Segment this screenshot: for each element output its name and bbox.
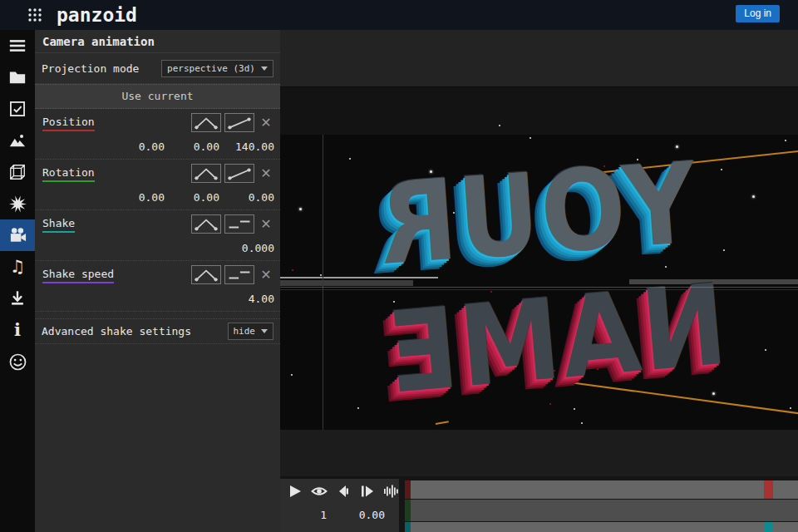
sidebar-item-download[interactable] xyxy=(0,283,35,314)
property-header: Shake speed✕ xyxy=(42,265,274,288)
star-dot xyxy=(785,140,786,141)
sidebar-item-objects[interactable] xyxy=(0,156,35,188)
folder-icon xyxy=(8,68,27,86)
star-dot xyxy=(723,249,725,251)
peak-curve-button[interactable] xyxy=(191,113,221,132)
value-field[interactable]: 0.00 xyxy=(110,140,165,153)
property-values: 4.00 xyxy=(42,288,274,308)
star-dot xyxy=(752,195,755,198)
property-buttons: ✕ xyxy=(191,164,274,183)
sidebar-item-feedback[interactable] xyxy=(0,346,35,377)
timeline-track-row[interactable] xyxy=(411,500,798,521)
value-field[interactable]: 0.00 xyxy=(165,191,219,204)
peak-curve-button[interactable] xyxy=(191,265,221,284)
sidebar-item-menu[interactable] xyxy=(0,30,35,62)
menu-icon xyxy=(8,37,27,55)
property-values: 0.000.00140.00 xyxy=(42,136,274,156)
timeline-track-row[interactable] xyxy=(411,522,798,532)
value-field[interactable]: 0.00 xyxy=(219,191,274,204)
sidebar-item-effects[interactable] xyxy=(0,188,35,219)
projection-mode-select[interactable]: perspective (3d) xyxy=(161,60,273,77)
clear-keyframes-button[interactable]: ✕ xyxy=(258,165,274,181)
advanced-shake-label: Advanced shake settings xyxy=(42,325,191,337)
property-label: Position xyxy=(42,116,95,131)
play-icon[interactable] xyxy=(287,484,303,499)
playhead-marker[interactable] xyxy=(764,522,773,532)
tool-sidebar: ♫i xyxy=(0,30,35,532)
step-forward-icon[interactable] xyxy=(359,484,376,499)
advanced-shake-row: Advanced shake settings hide xyxy=(35,318,280,344)
chevron-down-icon xyxy=(261,329,268,333)
chevron-down-icon xyxy=(261,66,268,71)
apps-grid-icon[interactable] xyxy=(25,5,45,25)
cube-icon xyxy=(8,163,27,181)
login-button[interactable]: Log in xyxy=(736,5,780,22)
ramp-curve-button[interactable] xyxy=(224,164,254,183)
property-label: Rotation xyxy=(42,166,95,182)
top-bar: panzoid Log in xyxy=(0,0,798,30)
star-dot xyxy=(574,408,575,410)
peak-curve-button[interactable] xyxy=(191,164,221,183)
property-values: 0.000 xyxy=(42,238,274,258)
ramp-curve-button[interactable] xyxy=(224,113,254,132)
property-buttons: ✕ xyxy=(191,113,274,132)
smiley-icon xyxy=(8,352,27,372)
value-field[interactable]: 4.00 xyxy=(219,293,274,305)
star-dot xyxy=(499,125,500,126)
projection-mode-row: Projection mode perspective (3d) xyxy=(35,53,280,84)
clear-keyframes-button[interactable]: ✕ xyxy=(258,216,274,232)
property-shake: Shake✕0.000 xyxy=(35,210,280,261)
projection-mode-value: perspective (3d) xyxy=(167,63,255,74)
preview-viewport[interactable]: YOUR NAME xyxy=(280,30,798,476)
property-buttons: ✕ xyxy=(191,214,274,234)
scene-vertical-line xyxy=(323,135,323,430)
step-curve-button[interactable] xyxy=(224,214,254,234)
advanced-shake-select[interactable]: hide xyxy=(228,323,274,340)
waveform-icon[interactable] xyxy=(382,484,399,499)
star-dot xyxy=(320,274,322,276)
track-start-marker xyxy=(405,500,411,521)
timeline-track-row[interactable] xyxy=(411,480,798,499)
playhead-marker[interactable] xyxy=(764,480,773,499)
viewport-letterbox-bottom xyxy=(280,430,798,476)
info-icon: i xyxy=(14,321,21,339)
sidebar-item-audio[interactable]: ♫ xyxy=(0,251,35,283)
use-current-button[interactable]: Use current xyxy=(35,84,280,109)
download-icon xyxy=(8,289,27,308)
track-start-marker xyxy=(405,522,411,532)
property-header: Rotation✕ xyxy=(42,164,274,187)
value-field[interactable]: 0.00 xyxy=(110,191,165,204)
scene-grid-line xyxy=(280,287,798,288)
checkbox-icon xyxy=(8,100,27,118)
property-header: Shake✕ xyxy=(42,214,274,238)
property-label: Shake xyxy=(42,217,75,233)
sidebar-item-graphics[interactable] xyxy=(0,125,35,156)
scene-text-name: NAME xyxy=(382,268,731,409)
eye-icon[interactable] xyxy=(311,484,328,499)
movie-camera-icon xyxy=(8,226,27,245)
property-values: 0.000.000.00 xyxy=(42,187,274,207)
sidebar-item-camera[interactable] xyxy=(0,219,35,251)
step-curve-button[interactable] xyxy=(224,265,254,284)
sidebar-item-tasks[interactable] xyxy=(0,93,35,125)
property-shake-speed: Shake speed✕4.00 xyxy=(35,261,280,312)
timeline-time-value: 0.00 xyxy=(342,509,385,521)
clear-keyframes-button[interactable]: ✕ xyxy=(258,115,274,131)
image-icon xyxy=(8,131,27,150)
value-field[interactable]: 0.00 xyxy=(165,140,219,153)
star-dot-red xyxy=(292,269,293,271)
property-buttons: ✕ xyxy=(191,265,274,284)
sidebar-item-info[interactable]: i xyxy=(0,314,35,346)
panzoid-app: panzoid Log in ♫i Camera animation Proje… xyxy=(0,0,798,532)
value-field[interactable]: 140.00 xyxy=(219,140,274,153)
speaker-icon[interactable] xyxy=(335,484,352,499)
value-field[interactable]: 0.000 xyxy=(219,242,274,254)
property-rotation: Rotation✕0.000.000.00 xyxy=(35,160,280,210)
star-dot xyxy=(291,374,293,376)
timeline-tracks[interactable] xyxy=(399,476,798,532)
peak-curve-button[interactable] xyxy=(191,214,221,234)
render-scene: YOUR NAME xyxy=(280,87,798,430)
property-list: Position✕0.000.00140.00Rotation✕0.000.00… xyxy=(35,109,280,312)
clear-keyframes-button[interactable]: ✕ xyxy=(258,267,274,283)
sidebar-item-projects[interactable] xyxy=(0,62,35,93)
